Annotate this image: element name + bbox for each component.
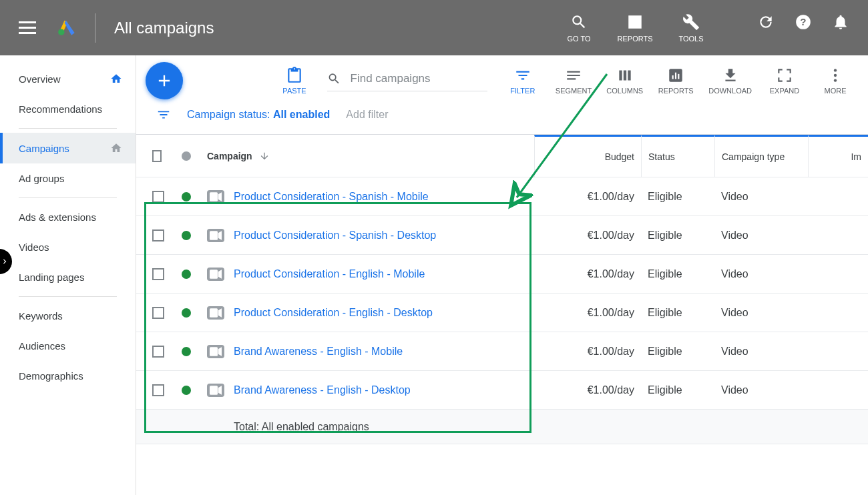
col-status[interactable]: Status: [641, 135, 714, 177]
add-filter-button[interactable]: Add filter: [346, 109, 388, 121]
expand-button[interactable]: EXPAND: [761, 67, 808, 95]
google-ads-logo: [57, 17, 76, 38]
select-all-checkbox[interactable]: [152, 150, 162, 162]
sidebar-item-landing-pages[interactable]: Landing pages: [0, 262, 136, 292]
notifications-icon[interactable]: [832, 13, 849, 31]
menu-icon[interactable]: [19, 21, 36, 34]
video-icon: [207, 190, 224, 203]
svg-marker-17: [218, 270, 222, 279]
sidebar-item-recommendations[interactable]: Recommendations: [0, 94, 136, 124]
status-cell: Eligible: [641, 379, 714, 402]
svg-point-10: [834, 74, 837, 77]
campaign-link[interactable]: Product Consideration - Spanish - Mobile: [234, 191, 429, 203]
svg-point-2: [58, 29, 64, 35]
svg-rect-16: [210, 270, 218, 279]
type-cell: Video: [714, 340, 808, 363]
campaign-link[interactable]: Product Consideration - Spanish - Deskto…: [234, 229, 436, 241]
reports-tool-button[interactable]: REPORTS: [652, 67, 699, 95]
budget-cell: €1.00/day: [534, 302, 641, 324]
status-dot-icon: [182, 192, 191, 201]
refresh-icon[interactable]: [757, 13, 775, 31]
col-type[interactable]: Campaign type: [714, 135, 808, 177]
download-button[interactable]: DOWNLOAD: [703, 67, 757, 95]
sidebar-item-adgroups[interactable]: Ad groups: [0, 163, 136, 193]
type-cell: Video: [714, 224, 808, 247]
filter-button[interactable]: FILTER: [499, 67, 546, 95]
svg-point-11: [834, 79, 837, 81]
svg-rect-12: [210, 192, 218, 201]
status-cell: Eligible: [641, 185, 714, 208]
reports-button[interactable]: REPORTS: [618, 13, 652, 43]
table-row: Product Consideration - Spanish - Deskto…: [136, 216, 868, 255]
toolbar: PASTE FILTER SEGMENT COLUMNS REPORTS: [136, 55, 868, 99]
svg-rect-18: [210, 308, 218, 318]
video-icon: [207, 384, 224, 397]
goto-label: GO TO: [567, 35, 590, 43]
status-cell: Eligible: [641, 302, 714, 324]
video-icon: [207, 229, 224, 242]
svg-rect-22: [210, 386, 218, 395]
svg-rect-14: [210, 231, 218, 240]
tools-button[interactable]: TOOLS: [674, 13, 708, 43]
status-dot-icon: [182, 308, 191, 318]
table-row: Brand Awareness - English - Mobile€1.00/…: [136, 332, 868, 371]
sidebar-item-keywords[interactable]: Keywords: [0, 301, 136, 331]
goto-button[interactable]: GO TO: [562, 13, 596, 43]
row-checkbox[interactable]: [152, 307, 164, 319]
svg-marker-21: [218, 347, 222, 356]
search-input[interactable]: [351, 72, 487, 85]
sidebar-item-overview[interactable]: Overview: [0, 63, 136, 94]
sidebar-item-demographics[interactable]: Demographics: [0, 361, 136, 391]
row-checkbox[interactable]: [152, 229, 164, 241]
col-budget[interactable]: Budget: [534, 135, 641, 177]
filter-icon: [156, 107, 171, 122]
campaign-link[interactable]: Product Consideration - English - Deskto…: [234, 307, 433, 319]
sidebar-item-ads-extensions[interactable]: Ads & extensions: [0, 202, 136, 232]
svg-rect-20: [210, 347, 218, 356]
sidebar-item-audiences[interactable]: Audiences: [0, 331, 136, 361]
type-cell: Video: [714, 379, 808, 402]
segment-button[interactable]: SEGMENT: [550, 67, 597, 95]
row-checkbox[interactable]: [152, 346, 164, 358]
type-cell: Video: [714, 263, 808, 286]
filter-bar: Campaign status: All enabled Add filter: [136, 99, 868, 134]
status-header-icon[interactable]: [182, 151, 191, 161]
table-row: Product Consideration - English - Deskto…: [136, 294, 868, 332]
row-checkbox[interactable]: [152, 268, 164, 280]
table-row: Brand Awareness - English - Desktop€1.00…: [136, 371, 868, 410]
tools-label: TOOLS: [678, 35, 703, 43]
divider: [95, 13, 95, 43]
table-row: Product Consideration - Spanish - Mobile…: [136, 177, 868, 216]
svg-rect-7: [675, 73, 676, 79]
status-cell: Eligible: [641, 263, 714, 286]
search-icon[interactable]: [327, 71, 341, 87]
svg-marker-13: [218, 192, 222, 201]
sidebar-item-campaigns[interactable]: Campaigns: [0, 133, 136, 163]
more-button[interactable]: MORE: [812, 67, 859, 95]
filter-status[interactable]: Campaign status: All enabled: [187, 109, 330, 121]
add-button[interactable]: [146, 62, 183, 99]
budget-cell: €1.00/day: [534, 340, 641, 363]
type-cell: Video: [714, 302, 808, 324]
campaign-link[interactable]: Brand Awareness - English - Mobile: [234, 346, 403, 358]
top-header: All campaigns GO TO REPORTS TOOLS ?: [0, 0, 868, 55]
paste-button[interactable]: PASTE: [271, 67, 318, 95]
status-dot-icon: [182, 386, 191, 395]
total-row: Total: All enabled campaigns: [136, 410, 868, 444]
row-checkbox[interactable]: [152, 191, 164, 203]
col-campaign[interactable]: Campaign: [200, 135, 534, 177]
video-icon: [207, 268, 224, 281]
help-icon[interactable]: ?: [795, 13, 812, 31]
campaign-link[interactable]: Brand Awareness - English - Desktop: [234, 384, 411, 396]
svg-point-9: [834, 69, 837, 71]
row-checkbox[interactable]: [152, 384, 164, 396]
svg-marker-15: [218, 231, 222, 240]
columns-button[interactable]: COLUMNS: [601, 67, 648, 95]
campaign-link[interactable]: Product Consideration - English - Mobile: [234, 268, 425, 280]
svg-rect-6: [672, 75, 674, 79]
col-impr[interactable]: Im: [808, 135, 868, 177]
home-icon: [110, 142, 122, 154]
svg-rect-8: [678, 74, 679, 79]
sidebar-item-videos[interactable]: Videos: [0, 232, 136, 262]
budget-cell: €1.00/day: [534, 263, 641, 286]
